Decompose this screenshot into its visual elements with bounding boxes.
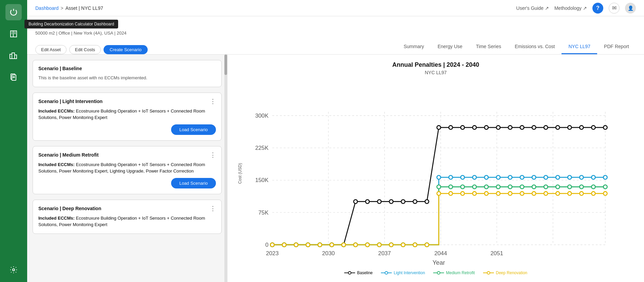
svg-point-150 <box>579 192 583 195</box>
svg-point-54 <box>473 125 476 129</box>
svg-point-127 <box>306 243 310 247</box>
svg-point-111 <box>461 185 464 189</box>
legend-light-intervention: Light Intervention <box>381 270 425 275</box>
svg-point-113 <box>484 185 488 189</box>
svg-text:150K: 150K <box>255 177 269 183</box>
svg-point-112 <box>473 185 476 189</box>
svg-point-85 <box>496 176 500 179</box>
scrollbar-track <box>224 55 227 282</box>
create-scenario-button[interactable]: Create Scenario <box>104 45 148 54</box>
help-icon[interactable]: ? <box>592 3 603 14</box>
svg-point-144 <box>508 192 512 195</box>
svg-point-154 <box>348 271 351 274</box>
svg-point-51 <box>437 125 441 129</box>
svg-point-93 <box>591 176 595 179</box>
svg-point-119 <box>556 185 559 189</box>
svg-point-151 <box>591 192 595 195</box>
tooltip: Building Decarbonization Calculator Dash… <box>24 20 118 28</box>
svg-rect-7 <box>12 53 15 59</box>
svg-point-60 <box>544 125 548 129</box>
scenario-title-deep-renovation: Scenario | Deep Renovation <box>38 206 101 211</box>
scrollbar-thumb[interactable] <box>224 55 227 75</box>
svg-point-82 <box>461 176 464 179</box>
svg-text:2051: 2051 <box>491 250 503 257</box>
sidebar-icon-settings[interactable] <box>5 262 22 278</box>
sidebar-icon-power[interactable] <box>5 4 22 20</box>
svg-point-120 <box>568 185 571 189</box>
svg-point-116 <box>520 185 524 189</box>
svg-text:Year: Year <box>433 259 445 266</box>
svg-point-117 <box>532 185 536 189</box>
tab-emissions-vs-cost[interactable]: Emissions vs. Cost <box>508 40 562 54</box>
svg-point-46 <box>378 200 381 203</box>
scenario-title-medium-retrofit: Scenario | Medium Retrofit <box>38 152 98 158</box>
svg-point-45 <box>366 200 369 203</box>
edit-costs-button[interactable]: Edit Costs <box>69 45 101 54</box>
scenario-card-deep-renovation: Scenario | Deep Renovation ⋮ Included EC… <box>33 200 222 234</box>
tab-energy-use[interactable]: Energy Use <box>431 40 469 54</box>
tabs-row: Summary Energy Use Time Series Emissions… <box>397 40 636 54</box>
svg-point-58 <box>520 125 524 129</box>
tab-summary[interactable]: Summary <box>397 40 431 54</box>
mail-icon[interactable]: ✉ <box>609 3 620 14</box>
svg-point-125 <box>282 243 286 247</box>
scenario-eccm-deep-renovation: Included ECCMs: Ecostruxure Building Ope… <box>38 215 216 228</box>
svg-point-44 <box>354 200 357 203</box>
users-guide-link[interactable]: User's Guide ↗ <box>516 5 549 11</box>
sidebar-icon-reports[interactable] <box>5 69 22 85</box>
svg-point-47 <box>389 200 393 203</box>
scenario-menu-medium-retrofit[interactable]: ⋮ <box>210 152 216 158</box>
scenario-card-medium-retrofit: Scenario | Medium Retrofit ⋮ Included EC… <box>33 146 222 194</box>
tab-nyc-ll97[interactable]: NYC LL97 <box>562 40 597 54</box>
svg-point-81 <box>449 176 453 179</box>
svg-point-90 <box>556 176 559 179</box>
scenario-eccm-medium-retrofit: Included ECCMs: Ecostruxure Building Ope… <box>38 161 216 175</box>
svg-point-118 <box>544 185 548 189</box>
svg-point-83 <box>473 176 476 179</box>
svg-point-152 <box>603 192 607 195</box>
svg-point-133 <box>378 243 381 247</box>
methodology-link[interactable]: Methodology ↗ <box>554 5 587 11</box>
load-scenario-light-intervention[interactable]: Load Scenario <box>171 124 216 135</box>
legend-light-intervention-label: Light Intervention <box>394 270 425 275</box>
breadcrumb-dashboard[interactable]: Dashboard <box>35 5 59 11</box>
svg-point-134 <box>389 243 393 247</box>
svg-point-14 <box>13 269 15 271</box>
legend-baseline: Baseline <box>344 270 373 275</box>
svg-point-89 <box>544 176 548 179</box>
legend-medium-retrofit: Medium Retrofit <box>433 270 475 275</box>
svg-point-53 <box>461 125 464 129</box>
svg-point-129 <box>330 243 334 247</box>
user-avatar[interactable]: 👤 <box>625 3 636 14</box>
scenario-eccm-light-intervention: Included ECCMs: Ecostruxure Building Ope… <box>38 108 216 121</box>
header-section: NYC LL97 50000 m2 | Office | New York (4… <box>27 16 644 55</box>
scenario-header-baseline: Scenario | Baseline <box>38 66 216 71</box>
sidebar-icon-city[interactable] <box>5 47 22 64</box>
sidebar-icon-building[interactable] <box>5 26 22 42</box>
edit-asset-button[interactable]: Edit Asset <box>35 45 67 54</box>
svg-point-128 <box>318 243 322 247</box>
left-panel: Scenario | Baseline This is the baseline… <box>27 55 227 282</box>
scenario-menu-light-intervention[interactable]: ⋮ <box>210 98 216 104</box>
tab-pdf-report[interactable]: PDF Report <box>597 40 636 54</box>
load-scenario-medium-retrofit[interactable]: Load Scenario <box>171 178 216 188</box>
svg-point-114 <box>496 185 500 189</box>
svg-point-130 <box>342 243 346 247</box>
svg-point-146 <box>532 192 536 195</box>
svg-point-64 <box>591 125 595 129</box>
svg-point-158 <box>437 271 440 274</box>
svg-point-139 <box>449 192 453 195</box>
tab-time-series[interactable]: Time Series <box>469 40 508 54</box>
svg-point-115 <box>508 185 512 189</box>
scenario-title-light-intervention: Scenario | Light Intervention <box>38 99 103 104</box>
scenario-card-baseline: Scenario | Baseline This is the baseline… <box>33 60 222 87</box>
svg-point-122 <box>591 185 595 189</box>
scenario-menu-deep-renovation[interactable]: ⋮ <box>210 205 216 212</box>
svg-point-109 <box>437 185 441 189</box>
svg-point-135 <box>401 243 405 247</box>
topnav-right: User's Guide ↗ Methodology ↗ ? ✉ 👤 <box>516 3 636 14</box>
chart-plot: 300K 225K 150K 75K 0 2023 2030 2037 2044… <box>244 81 634 266</box>
svg-point-49 <box>413 200 417 203</box>
svg-text:2044: 2044 <box>434 250 447 257</box>
svg-point-88 <box>532 176 536 179</box>
